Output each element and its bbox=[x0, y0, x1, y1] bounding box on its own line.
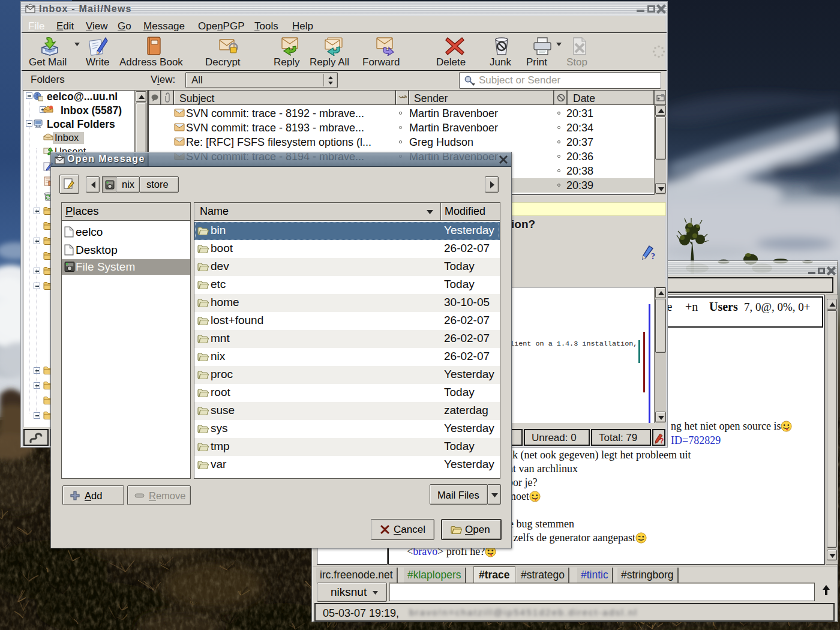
svg-text:?: ? bbox=[659, 437, 664, 445]
svg-text:?: ? bbox=[651, 252, 655, 260]
